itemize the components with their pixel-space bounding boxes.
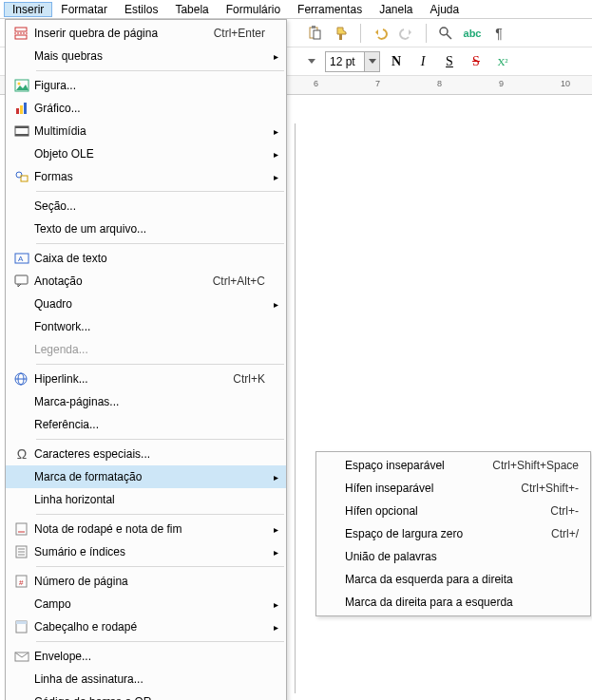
find-icon[interactable]	[435, 23, 456, 44]
svg-rect-2	[314, 30, 320, 39]
paste-icon[interactable]	[304, 23, 325, 44]
menu-item-label: Caracteres especiais...	[34, 447, 271, 461]
menu-item[interactable]: Linha de assinatura...	[6, 668, 286, 691]
underline-button[interactable]: S	[439, 51, 460, 72]
menu-item[interactable]: Nota de rodapé e nota de fim▸	[6, 518, 286, 540]
menu-item[interactable]: Formas▸	[6, 165, 286, 188]
shapes-icon	[10, 168, 34, 185]
menu-item[interactable]: ACaixa de texto	[6, 247, 286, 270]
dropdown-icon[interactable]	[304, 51, 319, 72]
svg-rect-21	[15, 275, 28, 284]
submenu-arrow-icon: ▸	[271, 172, 280, 182]
menu-item[interactable]: Referência...	[6, 413, 286, 436]
menu-item-label: Marca-páginas...	[34, 395, 271, 408]
ruler-mark: 7	[375, 79, 380, 88]
spellcheck-icon[interactable]: abc	[462, 23, 483, 44]
menu-item[interactable]: Campo▸	[6, 593, 286, 615]
submenu-arrow-icon: ▸	[271, 524, 280, 535]
menu-item[interactable]: Inserir quebra de páginaCtrl+Enter	[6, 22, 286, 45]
menu-item-label: Texto de um arquivo...	[34, 222, 271, 236]
menu-item[interactable]: Quadro▸	[6, 293, 286, 315]
menu-ferramentas[interactable]: Ferramentas	[289, 2, 371, 17]
toolbar-separator	[426, 24, 427, 43]
envelope-icon	[10, 648, 34, 665]
submenu-arrow-icon: ▸	[271, 622, 280, 633]
page-break-icon	[10, 25, 34, 42]
menu-item[interactable]: AnotaçãoCtrl+Alt+C	[6, 270, 286, 293]
svg-point-4	[440, 28, 448, 35]
menu-item[interactable]: Seção...	[6, 195, 286, 218]
blank-icon	[10, 295, 34, 312]
menu-formulario[interactable]: Formulário	[218, 2, 289, 17]
formatting-mark-submenu: Espaço inseparávelCtrl+Shift+SpaceHífen …	[315, 451, 591, 616]
menu-item[interactable]: Envelope...	[6, 645, 286, 668]
submenu-item[interactable]: Espaço de largura zeroCtrl+/	[316, 522, 590, 545]
submenu-arrow-icon: ▸	[271, 149, 280, 160]
blank-icon	[10, 318, 34, 335]
menu-formatar[interactable]: Formatar	[52, 2, 116, 17]
menu-item-label: Formas	[34, 170, 271, 183]
menu-item-label: Cabeçalho e rodapé	[34, 620, 271, 634]
font-size-combo[interactable]	[325, 51, 380, 72]
menu-tabela[interactable]: Tabela	[166, 2, 217, 17]
menu-item-label: Nota de rodapé e nota de fim	[34, 522, 271, 536]
omega-icon: Ω	[10, 445, 34, 463]
strikethrough-button[interactable]: S	[466, 51, 487, 72]
submenu-item[interactable]: Hífen inseparávelCtrl+Shift+-	[316, 477, 590, 500]
menu-item[interactable]: Figura...	[6, 74, 286, 97]
blank-icon	[10, 341, 34, 358]
toc-icon	[10, 543, 34, 560]
menu-item[interactable]: Multimídia▸	[6, 120, 286, 142]
clone-format-icon[interactable]	[331, 23, 352, 44]
menu-item[interactable]: Sumário e índices▸	[6, 540, 286, 563]
menu-ajuda[interactable]: Ajuda	[422, 2, 468, 17]
menu-item[interactable]: #Número de página	[6, 570, 286, 593]
svg-text:A: A	[18, 255, 24, 263]
menu-item[interactable]: Gráfico...	[6, 97, 286, 120]
menu-item-label: Quadro	[34, 297, 271, 311]
menu-item-shortcut: Ctrl+Enter	[214, 27, 271, 40]
font-size-input[interactable]	[326, 52, 364, 71]
svg-rect-15	[15, 126, 29, 128]
chevron-down-icon[interactable]	[364, 52, 379, 71]
menu-item[interactable]: Marca de formatação▸	[6, 465, 286, 488]
menu-item[interactable]: ΩCaracteres especiais...	[6, 443, 286, 465]
menu-item[interactable]: Cabeçalho e rodapé▸	[6, 615, 286, 638]
menu-janela[interactable]: Janela	[371, 2, 421, 17]
submenu-item[interactable]: Marca da direita para a esquerda	[316, 591, 590, 614]
menu-item[interactable]: Fontwork...	[6, 315, 286, 338]
pilcrow-icon[interactable]: ¶	[488, 23, 509, 44]
submenu-item-label: Marca da direita para a esquerda	[345, 596, 584, 609]
blank-icon	[10, 671, 34, 688]
blank-icon	[320, 594, 345, 611]
superscript-button[interactable]: X²	[492, 51, 513, 72]
header-icon	[10, 618, 34, 635]
pagenum-icon: #	[10, 573, 34, 590]
undo-icon[interactable]	[370, 23, 391, 44]
menu-separator	[36, 70, 284, 71]
menu-item[interactable]: Objeto OLE▸	[6, 142, 286, 165]
blank-icon	[10, 693, 34, 700]
redo-icon[interactable]	[396, 23, 417, 44]
menu-item[interactable]: Hiperlink...Ctrl+K	[6, 368, 286, 390]
svg-rect-16	[15, 134, 29, 136]
menu-item: Legenda...	[6, 338, 286, 361]
submenu-item[interactable]: Marca da esquerda para a direita	[316, 568, 590, 591]
submenu-item[interactable]: Espaço inseparávelCtrl+Shift+Space	[316, 454, 590, 477]
menu-item[interactable]: Texto de um arquivo...	[6, 218, 286, 240]
menu-item[interactable]: Linha horizontal	[6, 488, 286, 511]
menu-item[interactable]: Marca-páginas...	[6, 390, 286, 413]
bold-button[interactable]: N	[386, 51, 407, 72]
submenu-item[interactable]: União de palavras	[316, 545, 590, 568]
italic-button[interactable]: I	[412, 51, 433, 72]
textbox-icon: A	[10, 250, 34, 267]
menu-item-label: Envelope...	[34, 650, 271, 663]
menu-estilos[interactable]: Estilos	[116, 2, 166, 17]
menu-inserir[interactable]: Inserir	[4, 2, 52, 17]
menu-item[interactable]: Código de barras e QR...	[6, 691, 286, 700]
submenu-item-shortcut: Ctrl+/	[551, 527, 584, 540]
blank-icon	[10, 145, 34, 162]
submenu-item[interactable]: Hífen opcionalCtrl+-	[316, 500, 590, 522]
menu-item[interactable]: Mais quebras▸	[6, 45, 286, 67]
menu-item-label: Código de barras e QR...	[34, 695, 271, 700]
